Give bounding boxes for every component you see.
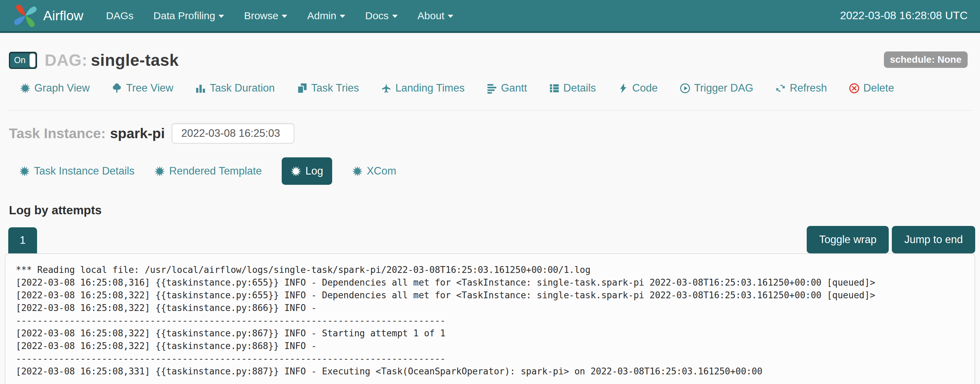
airflow-pinwheel-logo-icon [12,3,38,29]
starburst-icon [352,166,363,176]
log-output-panel: *** Reading local file: /usr/local/airfl… [5,253,975,384]
log-controls: 1 Toggle wrap Jump to end [8,226,975,253]
nav-item-docs[interactable]: Docs [365,10,397,22]
button-task-instance-details[interactable]: Task Instance Details [19,165,135,177]
tab-refresh[interactable]: Refresh [775,82,827,94]
toggle-knob [30,54,35,67]
brand-name: Airflow [43,8,83,23]
tree-icon [111,83,122,94]
navbar-menu: DAGs Data Profiling Browse Admin Docs Ab… [106,10,453,22]
play-circle-icon [680,83,690,94]
plane-icon [381,83,391,94]
tab-code[interactable]: Code [618,82,658,94]
jump-to-end-button[interactable]: Jump to end [892,226,975,253]
toggle-wrap-button[interactable]: Toggle wrap [807,226,889,253]
task-instance-actions: Task Instance Details Rendered Template … [19,157,980,185]
top-navbar: Airflow DAGs Data Profiling Browse Admin… [0,0,980,33]
chevron-down-icon [448,15,453,18]
execution-date-input[interactable] [172,123,294,144]
task-name: spark-pi [110,125,165,141]
log-text: *** Reading local file: /usr/local/airfl… [16,263,964,378]
tab-delete[interactable]: Delete [849,82,894,94]
nav-item-data-profiling[interactable]: Data Profiling [153,10,224,22]
button-xcom[interactable]: XCom [352,165,396,177]
refresh-icon [775,83,786,94]
starburst-icon [19,166,30,176]
dag-name: single-task [91,51,179,69]
tab-tree-view[interactable]: Tree View [111,82,173,94]
chevron-down-icon [282,15,287,18]
bar-chart-icon [195,83,206,94]
dag-view-tabs: Graph View Tree View Task Duration Task … [20,82,970,94]
task-instance-row: Task Instance: spark-pi [9,123,980,144]
chevron-down-icon [392,15,398,18]
starburst-icon [154,166,165,176]
dag-title-prefix: DAG: [45,51,88,69]
tab-task-duration[interactable]: Task Duration [195,82,275,94]
task-instance-label: Task Instance: [9,125,106,141]
tab-gantt[interactable]: Gantt [487,82,527,94]
tab-trigger-dag[interactable]: Trigger DAG [680,82,754,94]
attempt-1-tab[interactable]: 1 [8,227,37,253]
dag-header: On DAG:single-task schedule: None [9,51,968,70]
divider [8,110,972,111]
nav-item-about[interactable]: About [418,10,453,22]
button-rendered-template[interactable]: Rendered Template [154,165,262,177]
page-title: DAG:single-task [45,51,179,70]
starburst-icon [291,166,301,176]
nav-item-dags[interactable]: DAGs [106,10,134,22]
log-by-attempts-heading: Log by attempts [9,203,980,217]
starburst-icon [20,83,30,94]
toggle-on-label: On [14,55,25,65]
schedule-badge: schedule: None [884,51,968,68]
remove-circle-icon [849,83,859,94]
chevron-down-icon [219,15,224,18]
duplicate-icon [297,83,307,94]
tab-graph-view[interactable]: Graph View [20,82,89,94]
chevron-down-icon [340,15,345,18]
align-left-icon [487,83,497,94]
utc-clock: 2022-03-08 16:28:08 UTC [840,9,968,22]
tab-details[interactable]: Details [549,82,596,94]
nav-item-admin[interactable]: Admin [307,10,345,22]
button-log-active[interactable]: Log [282,157,332,185]
tab-landing-times[interactable]: Landing Times [381,82,465,94]
list-icon [549,83,560,94]
dag-pause-toggle[interactable]: On [9,52,37,69]
nav-item-browse[interactable]: Browse [244,10,287,22]
bolt-icon [618,83,628,94]
airflow-brand[interactable]: Airflow [12,3,83,29]
log-buttons: Toggle wrap Jump to end [807,226,975,253]
tab-task-tries[interactable]: Task Tries [297,82,359,94]
